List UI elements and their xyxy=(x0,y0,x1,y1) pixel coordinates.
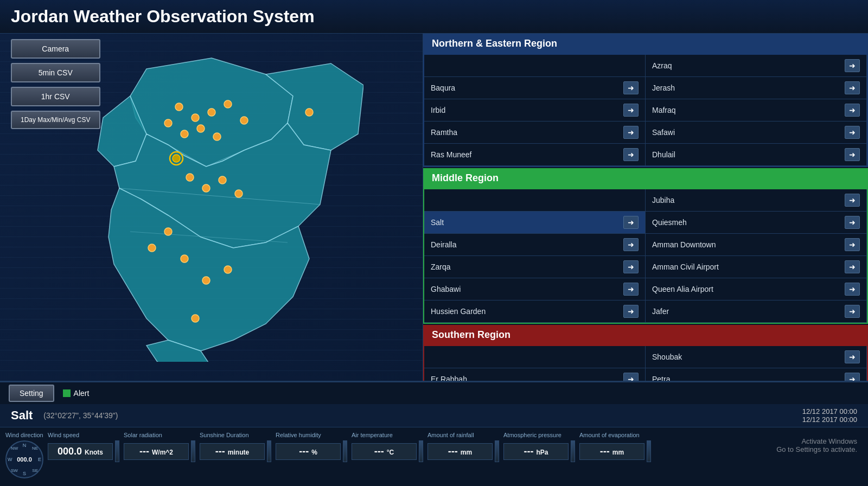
baqura-arrow[interactable]: ➜ xyxy=(623,81,639,94)
compass-value: 000.0 xyxy=(17,456,32,463)
svg-point-13 xyxy=(208,108,215,116)
station-item-salt[interactable]: Salt ➜ xyxy=(424,212,646,234)
station-dot[interactable] xyxy=(175,103,183,111)
svg-point-25 xyxy=(219,176,226,184)
ghabawi-arrow[interactable]: ➜ xyxy=(623,283,639,296)
humidity-label: Relative humidity xyxy=(276,432,347,438)
station-item-irbid[interactable]: Irbid ➜ xyxy=(424,99,646,122)
middle-station-grid: Jubiha ➜ Salt ➜ Quiesmeh ➜ Deiralla ➜ xyxy=(423,188,868,324)
stations-panel: Northern & Eastern Region Azraq ➜ Baqura… xyxy=(423,34,868,381)
pressure-value: --- hPa xyxy=(503,443,569,460)
ramtha-arrow[interactable]: ➜ xyxy=(623,126,639,139)
csv1hr-button[interactable]: 1hr CSV xyxy=(11,87,100,106)
salt-arrow[interactable]: ➜ xyxy=(623,216,639,229)
weather-data-row2: Maximum wind speed(60min) 000.0 Knots So… xyxy=(43,483,868,486)
station-item-deiralla[interactable]: Deiralla ➜ xyxy=(424,234,646,256)
safawi-arrow[interactable]: ➜ xyxy=(845,126,860,139)
jafer-arrow[interactable]: ➜ xyxy=(845,305,860,318)
zarqa-arrow[interactable]: ➜ xyxy=(623,260,639,273)
station-item-empty3 xyxy=(424,346,646,368)
amman-airport-arrow[interactable]: ➜ xyxy=(845,260,860,273)
bottom-footer: Setting Alert xyxy=(0,382,868,404)
svg-point-17 xyxy=(181,130,188,138)
timestamps: 12/12 2017 00:00 12/12 2017 00:00 xyxy=(802,407,857,424)
station-item-quiesmeh[interactable]: Quiesmeh ➜ xyxy=(646,212,867,234)
sunshine-value: --- minute xyxy=(200,443,265,460)
activate-windows-notice: Activate Windows Go to Settings to activ… xyxy=(776,437,857,453)
solar-radiation-label: Solar radiation xyxy=(124,432,195,438)
air-temp-box: --- °C xyxy=(352,440,423,462)
station-item-amman-airport[interactable]: Amman Civil Airport ➜ xyxy=(646,256,867,278)
station-item-ramtha[interactable]: Ramtha ➜ xyxy=(424,122,646,144)
setting-button[interactable]: Setting xyxy=(9,385,54,402)
station-item-baqura[interactable]: Baqura ➜ xyxy=(424,77,646,99)
shoubak-arrow[interactable]: ➜ xyxy=(845,350,860,363)
app-title: Jordan Weather Observation System xyxy=(11,7,857,27)
rainfall-box: --- mm xyxy=(427,440,499,462)
solar-radiation-item: Solar radiation --- W/m^2 xyxy=(124,432,195,478)
svg-point-27 xyxy=(164,228,172,235)
svg-point-29 xyxy=(202,277,210,284)
station-item-mafraq[interactable]: Mafraq ➜ xyxy=(646,99,867,122)
pressure-box: --- hPa xyxy=(503,440,575,462)
wind-speed-item: Wind speed 000.0 Knots xyxy=(48,432,119,478)
svg-point-31 xyxy=(192,315,199,322)
mafraq-arrow[interactable]: ➜ xyxy=(845,104,860,117)
solar-radiation-box: --- W/m^2 xyxy=(124,440,195,462)
app-header: Jordan Weather Observation System xyxy=(0,0,868,34)
queen-alia-arrow[interactable]: ➜ xyxy=(845,283,860,296)
azraq-arrow[interactable]: ➜ xyxy=(845,59,860,72)
air-temp-label: Air temperature xyxy=(352,432,423,438)
station-item-hussien-garden[interactable]: Hussien Garden ➜ xyxy=(424,300,646,323)
errabbah-arrow[interactable]: ➜ xyxy=(623,373,639,381)
station-item-petra[interactable]: Petra ➜ xyxy=(646,368,867,381)
svg-point-14 xyxy=(224,100,232,108)
station-item-rasmuneef[interactable]: Ras Muneef ➜ xyxy=(424,144,646,166)
dhulail-arrow[interactable]: ➜ xyxy=(845,148,860,161)
station-item-azraq[interactable]: Azraq ➜ xyxy=(646,55,867,77)
rainfall-label: Amount of rainfall xyxy=(427,432,499,438)
evaporation-item: Amount of evaporation --- mm xyxy=(579,432,651,478)
svg-point-28 xyxy=(181,255,188,263)
rainfall-item: Amount of rainfall --- mm xyxy=(427,432,499,478)
deiralla-arrow[interactable]: ➜ xyxy=(623,238,639,251)
station-item-jerash[interactable]: Jerash ➜ xyxy=(646,77,867,99)
station-item-dhulail[interactable]: Dhulail ➜ xyxy=(646,144,867,166)
station-item-jubiha[interactable]: Jubiha ➜ xyxy=(646,189,867,212)
irbid-arrow[interactable]: ➜ xyxy=(623,104,639,117)
svg-point-16 xyxy=(197,125,205,132)
wind-compass: N S E W NE NW SE SW 000.0 xyxy=(5,440,43,478)
air-temp-item: Air temperature --- °C xyxy=(352,432,423,478)
wind-speed-label: Wind speed xyxy=(48,432,119,438)
station-item-empty xyxy=(424,55,646,77)
station-item-zarqa[interactable]: Zarqa ➜ xyxy=(424,256,646,278)
station-item-errabbah[interactable]: Er Rabbah ➜ xyxy=(424,368,646,381)
station-item-jafer[interactable]: Jafer ➜ xyxy=(646,300,867,323)
timestamp1: 12/12 2017 00:00 xyxy=(802,407,857,415)
rasmuneef-arrow[interactable]: ➜ xyxy=(623,148,639,161)
csv5min-button[interactable]: 5min CSV xyxy=(11,63,100,82)
station-item-amman-downtown[interactable]: Amman Downtown ➜ xyxy=(646,234,867,256)
jerash-arrow[interactable]: ➜ xyxy=(845,81,860,94)
petra-arrow[interactable]: ➜ xyxy=(845,373,860,381)
station-item-ghabawi[interactable]: Ghabawi ➜ xyxy=(424,278,646,300)
station-data-header: Salt (32°02'27", 35°44'39") 12/12 2017 0… xyxy=(0,404,868,427)
bottom-bar: Setting Alert Salt (32°02'27", 35°44'39"… xyxy=(0,381,868,486)
csv1day-button[interactable]: 1Day Max/Min/Avg CSV xyxy=(11,111,100,129)
station-item-shoubak[interactable]: Shoubak ➜ xyxy=(646,346,867,368)
svg-point-26 xyxy=(235,190,242,197)
svg-point-24 xyxy=(202,184,210,192)
camera-button[interactable]: Camera xyxy=(11,39,100,59)
evaporation-bar xyxy=(647,440,651,462)
quiesmeh-arrow[interactable]: ➜ xyxy=(845,216,860,229)
station-item-queen-alia[interactable]: Queen Alia Airport ➜ xyxy=(646,278,867,300)
air-temp-bar xyxy=(419,440,423,462)
svg-point-12 xyxy=(192,114,199,122)
evaporation-value: --- mm xyxy=(579,443,644,460)
northern-station-grid: Azraq ➜ Baqura ➜ Jerash ➜ Irbid ➜ xyxy=(423,54,868,167)
station-item-safawi[interactable]: Safawi ➜ xyxy=(646,122,867,144)
amman-downtown-arrow[interactable]: ➜ xyxy=(845,238,860,251)
jubiha-arrow[interactable]: ➜ xyxy=(845,194,860,207)
hussien-garden-arrow[interactable]: ➜ xyxy=(623,305,639,318)
southern-station-grid: Shoubak ➜ Er Rabbah ➜ Petra ➜ Qatraneh ➜ xyxy=(423,345,868,381)
